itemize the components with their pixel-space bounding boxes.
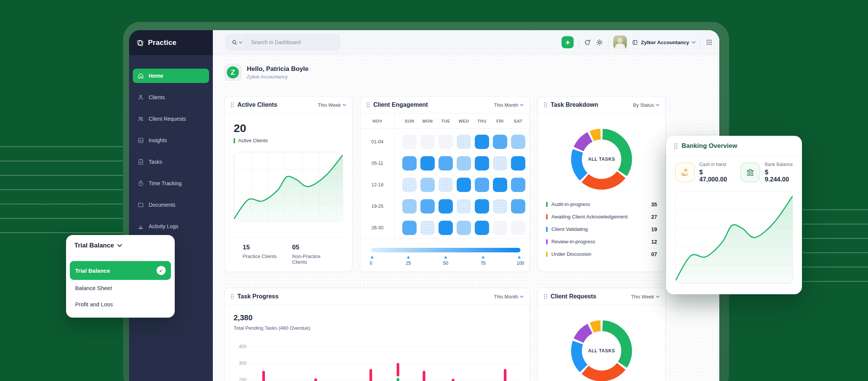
- heatmap-cell[interactable]: [402, 135, 417, 149]
- sidebar-item-activity-logs[interactable]: Activity Logs: [133, 219, 209, 234]
- heatmap-cell[interactable]: [439, 135, 453, 149]
- org-avatar: Z: [224, 64, 242, 81]
- filter-dropdown[interactable]: This Week: [631, 294, 659, 300]
- task-progress-bar[interactable]: [504, 369, 506, 381]
- sidebar-item-documents[interactable]: Documents: [133, 198, 209, 212]
- heatmap-cell[interactable]: [511, 156, 525, 171]
- heatmap-cell[interactable]: [457, 178, 471, 192]
- heatmap-cell[interactable]: [420, 221, 435, 235]
- apps-grid-button[interactable]: [706, 39, 713, 46]
- legend-value: 35: [651, 201, 657, 207]
- task-progress-bar[interactable]: [397, 378, 399, 381]
- heatmap-cell[interactable]: [511, 199, 525, 214]
- popup-item-trial-balance[interactable]: Trial Balance✓: [70, 261, 171, 280]
- drag-handle-icon[interactable]: [544, 294, 547, 299]
- sidebar-item-label: Insights: [149, 137, 167, 143]
- heatmap-cell[interactable]: [475, 156, 489, 171]
- report-popup-header[interactable]: Trial Balance: [66, 235, 175, 257]
- heatmap-cell[interactable]: [457, 199, 471, 214]
- heatmap-cell[interactable]: [493, 221, 507, 235]
- task-progress-bar[interactable]: [423, 371, 425, 381]
- popup-item-profit-and-loss[interactable]: Profit and Loss: [70, 296, 171, 312]
- heatmap-cell[interactable]: [402, 156, 417, 171]
- heatmap-cell[interactable]: [457, 221, 471, 235]
- search-box[interactable]: [226, 34, 340, 50]
- legend-row[interactable]: Under Discussion07: [546, 248, 657, 260]
- filter-dropdown[interactable]: This Week: [318, 102, 346, 108]
- heatmap-cell[interactable]: [493, 135, 507, 149]
- sidebar-item-clients[interactable]: Clients: [133, 90, 209, 104]
- filter-dropdown[interactable]: This Month: [494, 102, 523, 108]
- heatmap-cell[interactable]: [493, 156, 507, 171]
- heatmap-day-header: SAT: [511, 119, 525, 123]
- heatmap-cell[interactable]: [511, 178, 525, 192]
- filter-dropdown[interactable]: This Month: [494, 294, 523, 300]
- heatmap-cell[interactable]: [511, 135, 525, 149]
- org-name: Zylker Accountancy: [641, 40, 689, 45]
- scale-tick-label: 0: [370, 261, 372, 266]
- legend-row[interactable]: Audit-in-progress35: [546, 198, 657, 210]
- sidebar-item-time-tracking[interactable]: Time Tracking: [133, 176, 209, 190]
- heatmap-cell[interactable]: [457, 156, 471, 171]
- heatmap-cell[interactable]: [475, 221, 489, 235]
- drag-handle-icon[interactable]: [544, 102, 547, 108]
- card-header: Banking Overview: [666, 136, 802, 157]
- filter-dropdown[interactable]: By Status: [633, 102, 659, 108]
- task-progress-bar[interactable]: [314, 378, 317, 381]
- app-logo[interactable]: Practice: [129, 30, 213, 55]
- heatmap-cell[interactable]: [420, 178, 435, 192]
- heatmap-cell[interactable]: [475, 199, 489, 214]
- insights-icon: [137, 137, 144, 144]
- sidebar-item-client-requests[interactable]: Client Requests: [133, 112, 209, 126]
- heatmap-cell[interactable]: [493, 178, 507, 192]
- sidebar-item-tasks[interactable]: Tasks: [133, 155, 209, 169]
- banking-chart: [676, 192, 793, 283]
- settings-gear-button[interactable]: [596, 39, 603, 46]
- add-button[interactable]: +: [562, 36, 574, 48]
- heatmap-cell[interactable]: [475, 135, 489, 149]
- drag-handle-icon[interactable]: [231, 102, 234, 108]
- heatmap-cell[interactable]: [439, 221, 453, 235]
- heatmap-cell[interactable]: [420, 156, 435, 171]
- user-avatar[interactable]: [613, 35, 627, 49]
- heatmap-cell[interactable]: [420, 135, 435, 149]
- org-switcher[interactable]: Zylker Accountancy: [632, 39, 696, 46]
- scale-tick-label: 25: [406, 261, 411, 266]
- task-progress-bar[interactable]: [452, 379, 454, 381]
- legend-row[interactable]: Awaiting Client Acknowledgement27: [546, 210, 657, 223]
- heatmap-cell[interactable]: [511, 221, 525, 235]
- popup-item-balance-sheet[interactable]: Balance Sheet: [70, 280, 171, 296]
- filter-label: This Month: [494, 102, 518, 108]
- task-progress-bar[interactable]: [369, 369, 372, 381]
- heatmap-cell[interactable]: [439, 178, 453, 192]
- time-tracking-icon: [137, 180, 144, 187]
- sidebar-item-label: Client Requests: [149, 116, 186, 122]
- sidebar-item-insights[interactable]: Insights: [133, 133, 209, 147]
- search-input[interactable]: [246, 39, 340, 45]
- sidebar-item-label: Home: [149, 73, 163, 79]
- drag-handle-icon[interactable]: [231, 294, 234, 299]
- heatmap-cell[interactable]: [493, 199, 507, 214]
- task-progress-bar[interactable]: [397, 363, 399, 376]
- card-body: 20 Active Clients 15 P: [225, 114, 352, 272]
- home-icon: [137, 72, 144, 79]
- refresh-button[interactable]: [584, 39, 591, 46]
- legend-row[interactable]: Client Validating19: [546, 223, 657, 235]
- heatmap-cell[interactable]: [402, 221, 417, 235]
- heatmap-cell[interactable]: [457, 135, 471, 149]
- heatmap-cell[interactable]: [420, 199, 435, 214]
- heatmap-cell[interactable]: [439, 199, 453, 214]
- sidebar-item-home[interactable]: Home: [133, 69, 209, 83]
- heatmap-cell[interactable]: [402, 199, 417, 214]
- drag-handle-icon[interactable]: [366, 102, 370, 108]
- legend-row[interactable]: Review-in-progress12: [546, 235, 657, 248]
- drag-handle-icon[interactable]: [674, 143, 678, 149]
- banking-overview-card: Banking Overview Cash in hand $ 47,000.0…: [666, 136, 802, 294]
- search-scope-selector[interactable]: [226, 35, 246, 50]
- heatmap-cell[interactable]: [439, 156, 453, 171]
- heatmap-cell[interactable]: [475, 178, 489, 192]
- heatmap-cell[interactable]: [402, 178, 417, 192]
- popup-item-label: Trial Balance: [75, 267, 110, 274]
- scale-tick-marker: [444, 256, 447, 258]
- task-progress-bar[interactable]: [262, 371, 265, 381]
